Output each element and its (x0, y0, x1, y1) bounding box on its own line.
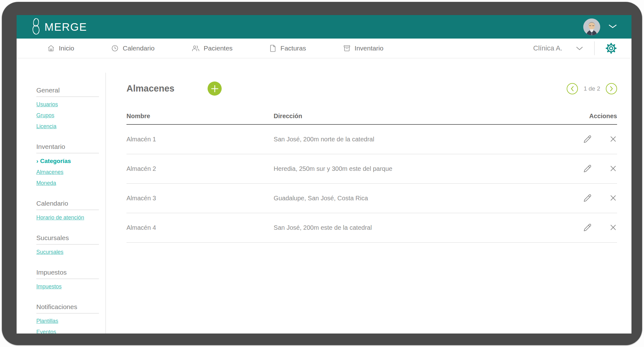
delete-row-button[interactable] (609, 194, 617, 203)
sidebar-item-label: Grupos (36, 112, 54, 118)
table-row: Almacén 1San José, 200m norte de la cate… (126, 125, 617, 154)
sidebar-section-inventario: Inventario›CategoríasAlmacenesMoneda (36, 143, 99, 187)
sidebar-item-moneda[interactable]: Moneda (36, 180, 99, 187)
sidebar-section-title: Notificaciones (36, 303, 99, 313)
edit-row-button[interactable] (583, 194, 592, 203)
user-chevron-down-icon[interactable] (608, 24, 617, 30)
sidebar-section-calendario: CalendarioHorario de atención (36, 200, 99, 221)
row-actions (561, 223, 617, 233)
active-chevron-icon: › (36, 158, 38, 164)
page-next-button[interactable] (606, 83, 617, 94)
sidebar-item-plantillas[interactable]: Plantillas (36, 318, 99, 324)
edit-row-button[interactable] (583, 135, 592, 144)
sidebar-item-licencia[interactable]: Licencia (36, 123, 99, 130)
nav-item-label: Facturas (281, 45, 306, 52)
nav-divider (594, 41, 595, 55)
sidebar-item-eventos[interactable]: Eventos (36, 329, 99, 334)
merge-logo-icon (30, 18, 42, 36)
sidebar-item-label: Usuarios (36, 101, 58, 108)
sidebar-section-notificaciones: NotificacionesPlantillasEventos (36, 303, 99, 334)
sidebar-item-label: Licencia (36, 123, 56, 129)
sidebar-section-title: General (36, 87, 99, 97)
title-row: Almacenes 1 de 2 (126, 81, 617, 96)
sidebar-section-title: Sucursales (36, 234, 99, 244)
invoice-icon (270, 45, 276, 52)
nav-item-inventario[interactable]: Inventario (343, 45, 384, 52)
cell-direccion: Heredia, 250m sur y 300m este del parque (274, 165, 561, 172)
clock-icon (111, 45, 119, 52)
settings-gear-icon[interactable] (605, 42, 618, 55)
column-header-nombre: Nombre (126, 113, 274, 120)
sidebar-item-label: Moneda (36, 180, 56, 186)
nav-item-calendario[interactable]: Calendario (111, 45, 155, 52)
sidebar-item-almacenes[interactable]: Almacenes (36, 169, 99, 176)
top-bar: MERGE (17, 15, 631, 39)
add-warehouse-button[interactable] (208, 81, 222, 96)
delete-row-button[interactable] (609, 165, 617, 173)
row-actions (561, 135, 617, 144)
cell-direccion: Guadalupe, San José, Costa Rica (274, 195, 561, 202)
nav-item-pacientes[interactable]: Pacientes (192, 45, 233, 52)
sidebar-section-title: Calendario (36, 200, 99, 210)
table-body: Almacén 1San José, 200m norte de la cate… (126, 125, 617, 243)
page-prev-button[interactable] (567, 83, 578, 94)
delete-row-button[interactable] (609, 223, 617, 232)
sidebar-item-label: Horario de atención (36, 214, 84, 221)
sidebar-section-general: GeneralUsuariosGruposLicencia (36, 87, 99, 130)
sidebar-item-label: Impuestos (36, 283, 62, 290)
user-menu[interactable] (583, 18, 617, 35)
pencil-icon (583, 223, 592, 233)
close-icon (609, 165, 617, 173)
nav-item-facturas[interactable]: Facturas (270, 45, 306, 52)
sidebar-item-label: Sucursales (36, 249, 64, 255)
pencil-icon (583, 135, 592, 144)
row-actions (561, 194, 617, 203)
column-header-acciones: Acciones (561, 113, 617, 120)
edit-row-button[interactable] (583, 164, 592, 174)
nav-item-label: Calendario (123, 45, 155, 52)
close-icon (609, 223, 617, 232)
main-nav: InicioCalendarioPacientesFacturasInventa… (17, 39, 631, 58)
nav-item-inicio[interactable]: Inicio (47, 45, 74, 52)
home-icon (47, 45, 55, 52)
table-header: Nombre Dirección Acciones (126, 113, 617, 125)
clinic-chevron-down-icon[interactable] (576, 46, 583, 50)
app-window: MERGE (17, 15, 631, 334)
sidebar-section-title: Inventario (36, 143, 99, 153)
close-icon (609, 194, 617, 203)
delete-row-button[interactable] (609, 135, 617, 144)
sidebar-item-label: Categorías (40, 158, 71, 164)
sidebar-item-grupos[interactable]: Grupos (36, 112, 99, 119)
nav-item-label: Inicio (59, 45, 74, 52)
inventory-box-icon (343, 45, 351, 52)
logo-text: MERGE (44, 21, 87, 33)
cell-direccion: San José, 200m este de la catedral (274, 224, 561, 231)
sidebar-item-usuarios[interactable]: Usuarios (36, 101, 99, 108)
sidebar-item-label: Plantillas (36, 318, 58, 324)
clinic-selector-label[interactable]: Clínica A. (533, 44, 562, 52)
avatar[interactable] (583, 18, 600, 35)
sidebar-item-label: Almacenes (36, 169, 64, 175)
device-frame: MERGE (2, 2, 642, 345)
app-logo: MERGE (30, 18, 87, 36)
table-row: Almacén 2Heredia, 250m sur y 300m este d… (126, 154, 617, 184)
content-area: GeneralUsuariosGruposLicenciaInventario›… (17, 58, 631, 334)
edit-row-button[interactable] (583, 223, 592, 233)
sidebar-item-sucursales[interactable]: Sucursales (36, 249, 99, 255)
sidebar-item-categorias[interactable]: ›Categorías (36, 158, 99, 165)
column-header-direccion: Dirección (274, 113, 561, 120)
close-icon (609, 135, 617, 144)
sidebar-section-sucursales: SucursalesSucursales (36, 234, 99, 255)
sidebar-item-horario-de-atencion[interactable]: Horario de atención (36, 214, 99, 221)
sidebar-item-impuestos[interactable]: Impuestos (36, 283, 99, 290)
sidebar-section-impuestos: ImpuestosImpuestos (36, 269, 99, 290)
nav-item-label: Pacientes (204, 45, 233, 52)
nav-item-label: Inventario (355, 45, 384, 52)
table-row: Almacén 3Guadalupe, San José, Costa Rica (126, 184, 617, 213)
row-actions (561, 164, 617, 174)
pencil-icon (583, 194, 592, 203)
sidebar-section-title: Impuestos (36, 269, 99, 279)
pencil-icon (583, 164, 592, 174)
page-indicator: 1 de 2 (584, 85, 600, 92)
patients-icon (192, 45, 200, 52)
